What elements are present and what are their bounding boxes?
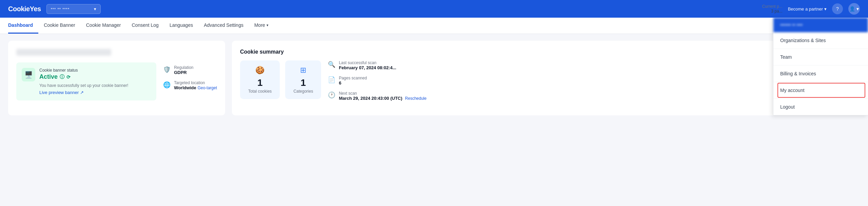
location-content: Targeted location Worldwide Geo-target xyxy=(174,80,217,90)
nav-item-consent-log[interactable]: Consent Log xyxy=(126,18,164,34)
next-scan-value: March 29, 2024 20:43:00 (UTC) xyxy=(339,96,402,101)
nav-item-dashboard[interactable]: Dashboard xyxy=(8,18,38,34)
categories-number: 1 xyxy=(301,77,306,88)
dropdown-item-logout[interactable]: Logout xyxy=(773,99,868,115)
external-link-icon: ↗ xyxy=(80,90,84,95)
site-selector[interactable]: ••• •• •••• ▾ xyxy=(46,4,101,14)
status-card: 🖥️ Cookie banner status Active ⓘ ⟳ You h… xyxy=(16,62,156,100)
become-partner-button[interactable]: Become a partner ▾ xyxy=(788,6,827,12)
total-cookies-card: 🍪 1 Total cookies xyxy=(240,60,280,99)
nav-item-cookie-manager[interactable]: Cookie Manager xyxy=(81,18,126,34)
banner-status-icon: 🖥️ xyxy=(22,68,35,81)
globe-icon: 🌐 xyxy=(163,81,171,89)
refresh-icon: ⟳ xyxy=(66,74,71,80)
live-preview-link[interactable]: Live preview banner ↗ xyxy=(39,90,151,95)
total-cookies-label: Total cookies xyxy=(248,89,272,94)
search-icon: 🔍 xyxy=(328,61,335,68)
dropdown-header-blurred: ••••••• •• •••• xyxy=(773,18,868,32)
pages-scanned-value: 6 xyxy=(339,80,367,86)
cookie-cards-section: 🍪 1 Total cookies ⊞ 1 Categories xyxy=(240,60,321,106)
next-scan-value-row: March 29, 2024 20:43:00 (UTC) Reschedule xyxy=(339,96,427,101)
cookie-icon: 🍪 xyxy=(255,66,264,75)
geo-target-link[interactable]: Geo-target xyxy=(198,86,217,90)
targeted-location-label: Targeted location xyxy=(174,80,217,85)
regulation-value: GDPR xyxy=(174,70,193,75)
top-bar-right: Current p... 3 pa... Become a partner ▾ … xyxy=(762,3,860,15)
chevron-down-icon: ▾ xyxy=(824,6,827,12)
pages-scanned-label: Pages scanned xyxy=(339,76,367,80)
help-icon[interactable]: ? xyxy=(832,3,843,14)
regulation-item: 🛡️ Regulation GDPR xyxy=(163,65,217,75)
chevron-down-icon: ▾ xyxy=(267,23,269,27)
dropdown-item-my-account[interactable]: My account xyxy=(773,82,868,99)
total-cookies-number: 1 xyxy=(257,77,263,88)
left-panel: 🖥️ Cookie banner status Active ⓘ ⟳ You h… xyxy=(8,41,225,115)
top-bar: CookieYes ••• •• •••• ▾ Current p... 3 p… xyxy=(0,0,868,18)
status-active: Active ⓘ ⟳ xyxy=(39,73,151,80)
current-plan-info: Current p... 3 pa... xyxy=(762,4,783,14)
document-icon: 📄 xyxy=(328,76,335,83)
last-scan-item: 🔍 Last successful scan February 07, 2024… xyxy=(328,60,427,70)
categories-label: Categories xyxy=(293,89,313,94)
status-content: Cookie banner status Active ⓘ ⟳ You have… xyxy=(39,68,151,95)
regulation-section: 🛡️ Regulation GDPR 🌐 Targeted location W… xyxy=(163,62,217,90)
clock-icon: 🕐 xyxy=(328,91,335,99)
status-description: You have successfully set up your cookie… xyxy=(39,83,151,88)
next-scan-content: Next scan March 29, 2024 20:43:00 (UTC) … xyxy=(339,91,427,101)
current-plan: Current p... 3 pa... xyxy=(762,4,783,14)
dropdown-item-billing[interactable]: Billing & Invoices xyxy=(773,65,868,82)
nav-items: Dashboard Cookie Banner Cookie Manager C… xyxy=(8,18,274,34)
status-label: Cookie banner status xyxy=(39,68,151,73)
top-bar-left: CookieYes ••• •• •••• ▾ xyxy=(8,4,101,14)
become-partner-label: Become a partner xyxy=(788,6,823,12)
chevron-down-icon: ▾ xyxy=(856,6,859,12)
dropdown-item-organizations[interactable]: Organizations & Sites xyxy=(773,32,868,49)
scan-info-section: 🔍 Last successful scan February 07, 2024… xyxy=(328,60,427,106)
pages-scanned-item: 📄 Pages scanned 6 xyxy=(328,76,427,86)
last-scan-label: Last successful scan xyxy=(339,60,396,65)
targeted-location-value-row: Worldwide Geo-target xyxy=(174,85,217,90)
right-panel: Cookie summary 🍪 1 Total cookies ⊞ 1 Cat… xyxy=(232,41,860,115)
user-avatar-button[interactable]: 👤 ▾ xyxy=(848,3,860,15)
main-content: 🖥️ Cookie banner status Active ⓘ ⟳ You h… xyxy=(0,34,868,122)
logo: CookieYes xyxy=(8,5,41,13)
last-scan-content: Last successful scan February 07, 2024 0… xyxy=(339,60,396,70)
pages-scanned-content: Pages scanned 6 xyxy=(339,76,367,86)
user-dropdown-menu: ••••••• •• •••• Organizations & Sites Te… xyxy=(773,18,868,115)
chevron-down-icon: ▾ xyxy=(94,6,96,12)
grid-icon: ⊞ xyxy=(300,66,306,75)
cookie-summary-content: 🍪 1 Total cookies ⊞ 1 Categories 🔍 Last xyxy=(240,60,852,106)
nav-item-more[interactable]: More ▾ xyxy=(249,18,274,34)
shield-icon: 🛡️ xyxy=(163,66,171,73)
dropdown-item-team[interactable]: Team xyxy=(773,49,868,65)
current-plan-value: 3 pa... xyxy=(762,9,783,14)
next-scan-label: Next scan xyxy=(339,91,427,96)
cookie-summary-title: Cookie summary xyxy=(240,49,852,55)
last-scan-value: February 07, 2024 08:02:4... xyxy=(339,65,396,70)
reschedule-link[interactable]: Reschedule xyxy=(405,96,427,101)
categories-card: ⊞ 1 Categories xyxy=(285,60,321,99)
targeted-location-item: 🌐 Targeted location Worldwide Geo-target xyxy=(163,80,217,90)
current-plan-label: Current p... xyxy=(762,4,783,9)
nav-item-cookie-banner[interactable]: Cookie Banner xyxy=(38,18,81,34)
site-selector-text: ••• •• •••• xyxy=(51,6,70,11)
nav-item-languages[interactable]: Languages xyxy=(164,18,198,34)
nav-item-advanced-settings[interactable]: Advanced Settings xyxy=(198,18,249,34)
site-title-blurred xyxy=(16,49,111,56)
cookie-cards: 🍪 1 Total cookies ⊞ 1 Categories xyxy=(240,60,321,99)
targeted-location-value: Worldwide xyxy=(174,85,196,90)
regulation-label: Regulation xyxy=(174,65,193,70)
user-icon: 👤 xyxy=(849,6,855,12)
next-scan-item: 🕐 Next scan March 29, 2024 20:43:00 (UTC… xyxy=(328,91,427,101)
info-icon: ⓘ xyxy=(60,74,64,80)
secondary-nav: Dashboard Cookie Banner Cookie Manager C… xyxy=(0,18,868,34)
regulation-content: Regulation GDPR xyxy=(174,65,193,75)
